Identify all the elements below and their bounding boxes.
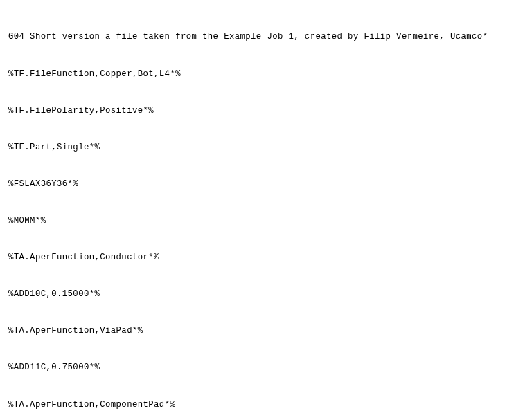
code-line: %ADD11C,0.75000*% — [8, 362, 524, 374]
code-line: %TA.AperFunction,ViaPad*% — [8, 325, 524, 338]
code-line: G04 Short version a file taken from the … — [8, 31, 524, 44]
code-line: %TF.Part,Single*% — [8, 142, 524, 154]
code-line: %FSLAX36Y36*% — [8, 179, 524, 191]
code-line: %TA.AperFunction,Conductor*% — [8, 252, 524, 264]
code-line: %ADD10C,0.15000*% — [8, 289, 524, 301]
code-line: %TA.AperFunction,ComponentPad*% — [8, 399, 524, 412]
gerber-code-block: G04 Short version a file taken from the … — [8, 7, 524, 411]
code-line: %TF.FileFunction,Copper,Bot,L4*% — [8, 68, 524, 81]
code-line: %MOMM*% — [8, 215, 524, 228]
code-line: %TF.FilePolarity,Positive*% — [8, 105, 524, 118]
